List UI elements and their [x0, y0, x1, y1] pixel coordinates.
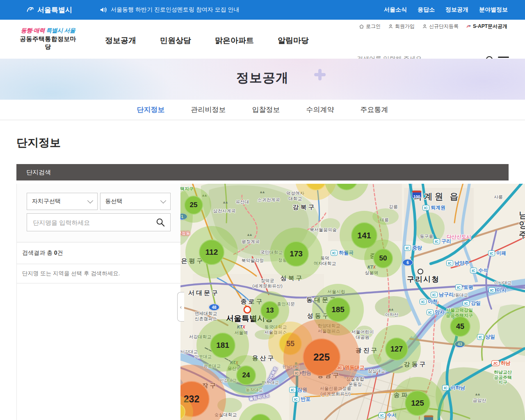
result-count-line: 검색결과 총 0건: [17, 242, 180, 264]
nav-item-0[interactable]: 정보공개: [105, 35, 136, 46]
map-label-p: 아차산: [385, 312, 399, 317]
map-label-ch2: 구리시청: [407, 275, 440, 284]
plus-decoration-icon: [314, 69, 326, 80]
complex-name-input[interactable]: [32, 219, 155, 226]
cluster-count[interactable]: 125: [405, 390, 430, 416]
cluster-count[interactable]: 225: [303, 338, 340, 376]
badge-code: IC: [488, 250, 495, 256]
utility-item-1[interactable]: 회원가입: [388, 23, 415, 30]
cluster-count[interactable]: 173: [283, 241, 309, 267]
badge-code: IC: [470, 267, 477, 273]
cluster-count[interactable]: 112: [199, 240, 224, 265]
tab-단지정보[interactable]: 단지정보: [137, 105, 165, 114]
utility-item-2[interactable]: 신규단지등록: [422, 23, 459, 30]
badge-label: 이패: [496, 250, 506, 257]
topbar-link-1[interactable]: 응답소: [418, 6, 435, 14]
map-label-b: 잠실대교: [368, 368, 385, 373]
dong-select[interactable]: 동선택: [100, 193, 171, 210]
map-label-p: 동구릉: [420, 234, 434, 239]
route-shield-48: 48: [209, 304, 219, 311]
topbar-links: 서울소식응답소정보공개분야별정보: [384, 0, 508, 20]
badge-code: IC: [433, 238, 440, 244]
badge-code: IC: [379, 412, 386, 418]
nav-item-3[interactable]: 알림마당: [278, 35, 309, 46]
site-logo[interactable]: 동행·매력 특별시 서울 공동주택통합정보마당: [17, 27, 79, 51]
jc-badge: JC하남: [491, 360, 511, 367]
badge-code: IC: [455, 284, 462, 290]
tab-관리비정보[interactable]: 관리비정보: [191, 105, 226, 114]
map-label-p: 북서울꿈의숲: [310, 227, 337, 233]
map-label-p: 평창계곡: [242, 239, 260, 244]
map-label-dl: 남양주: [519, 210, 525, 240]
topbar-link-2[interactable]: 정보공개: [445, 6, 468, 14]
badge-label: 중랑: [412, 244, 422, 251]
seoul-icon: [466, 24, 471, 29]
mountain-peak-icon: ▲▲: [475, 392, 479, 396]
banner-title: 정보공개: [0, 69, 525, 87]
nav-item-2[interactable]: 맑은아파트: [215, 35, 254, 46]
announcement[interactable]: 서울동행 하반기 진로인성멘토링 참여자 모집 안내: [100, 0, 239, 20]
seoul-logo-icon: [25, 5, 34, 14]
badge-code: IC: [404, 245, 411, 251]
nav-item-1[interactable]: 민원상담: [160, 35, 191, 46]
user-icon: [388, 24, 393, 29]
badge-label: 구리: [441, 238, 451, 245]
badge-code: IC: [427, 309, 434, 315]
map-label-u: 연세대학교 신촌캠퍼스: [195, 311, 217, 321]
cluster-count[interactable]: 25: [184, 196, 203, 215]
utility-item-0[interactable]: 로그인: [359, 23, 381, 30]
badge-label: 남양주: [454, 260, 469, 267]
ic-badge: IC남구리: [431, 291, 454, 298]
search-section-bar: 단지검색: [16, 164, 509, 180]
cluster-count[interactable]: 45: [450, 316, 470, 337]
district-select[interactable]: 자치구선택: [27, 193, 98, 210]
cluster-count[interactable]: 185: [326, 297, 350, 322]
panel-collapse-handle[interactable]: ‹: [177, 292, 184, 322]
tab-수의계약[interactable]: 수의계약: [306, 105, 334, 114]
topbar-link-3[interactable]: 분야별정보: [479, 6, 508, 14]
badge-code: IC: [442, 385, 449, 390]
search-icon[interactable]: [155, 217, 165, 227]
ic-badge: IC상일: [477, 333, 495, 340]
map-canvas[interactable]: ▲▲▲▲▲▲▲▲▲▲▲▲강북구은평구서대문구종로구성북구동대문구성동구용산구동작…: [180, 184, 525, 420]
badge-code: IC: [292, 396, 299, 402]
ic-badge: IC서하남: [442, 384, 465, 391]
dong-select-value: 동선택: [105, 198, 123, 205]
cluster-count[interactable]: 181: [210, 333, 235, 358]
result-count: 0: [54, 249, 57, 256]
ic-badge: IC아천: [420, 298, 438, 305]
section-tabs: 단지정보관리비정보입찰정보수의계약주요통계: [0, 100, 525, 120]
badge-code: IC: [463, 300, 470, 306]
map-label-p: 삼천사계곡: [213, 208, 236, 214]
map-label-rr: 문정동: [180, 231, 190, 236]
map-label-g: 하남교산 공공주택지구: [492, 370, 514, 385]
badge-code: IC: [422, 205, 429, 210]
page-title: 단지정보: [16, 135, 61, 150]
badge-label: 미사: [497, 287, 507, 294]
tab-주요통계[interactable]: 주요통계: [361, 105, 388, 114]
tab-입찰정보[interactable]: 입찰정보: [252, 105, 280, 114]
badge-code: IC: [420, 299, 427, 304]
district-select-value: 자치구선택: [32, 198, 61, 205]
main-nav: 정보공개민원상담맑은아파트알림마당: [105, 35, 309, 46]
badge-code: JC: [491, 360, 500, 366]
badge-code: IC: [488, 287, 495, 293]
mountain-peak-icon: ▲▲: [222, 200, 227, 204]
cluster-count[interactable]: 24: [236, 365, 256, 385]
topbar-link-0[interactable]: 서울소식: [384, 6, 407, 14]
badge-code: IC: [446, 260, 453, 266]
badge-code: IC: [289, 387, 296, 393]
user-icon: [422, 24, 427, 29]
utility-item-3[interactable]: S-APT문서공개: [466, 23, 507, 30]
map-label-d: 서대문구: [188, 289, 219, 296]
badge-label: 수석: [478, 267, 488, 274]
seoul-city-brand[interactable]: 서울특별시: [25, 0, 72, 20]
cluster-count[interactable]: 13: [260, 301, 279, 320]
cluster-count[interactable]: 50: [373, 249, 393, 268]
complex-name-search: [27, 213, 171, 231]
cluster-count[interactable]: 127: [385, 338, 408, 361]
guri-cityhall-marker: [418, 269, 423, 274]
utility-label: 로그인: [366, 23, 381, 30]
ic-badge: IC미사: [488, 287, 507, 294]
empty-result-message: 단지명 또는 지역을 선택 후 검색하세요.: [17, 264, 180, 283]
